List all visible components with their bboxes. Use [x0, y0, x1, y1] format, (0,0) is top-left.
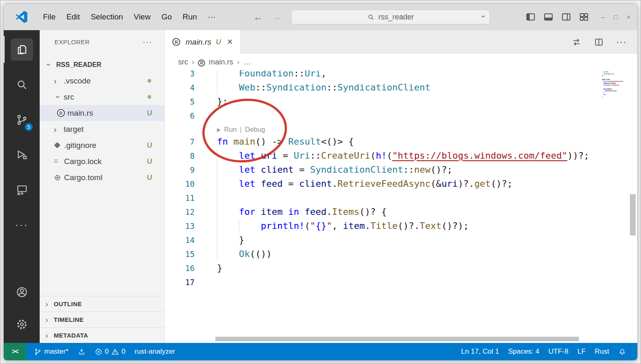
code-line-17[interactable]: 17 [165, 275, 637, 289]
tree-item--vscode[interactable]: ›.vscode [40, 73, 164, 89]
eol[interactable]: LF [573, 343, 590, 360]
code-line-9[interactable]: 9 let client = SyndicationClient::new()?… [165, 163, 637, 177]
line-number[interactable]: 9 [165, 163, 195, 177]
run-play-icon[interactable]: ▶ [217, 125, 221, 135]
line-number[interactable] [165, 123, 195, 135]
remote-indicator[interactable]: >< [4, 343, 26, 360]
maximize-button[interactable]: □ [614, 14, 618, 21]
layout-sidebar-icon[interactable] [525, 12, 536, 22]
code-line-6[interactable]: 6 [165, 109, 637, 123]
breadcrumb-symbol[interactable]: … [243, 58, 251, 67]
code-line-5[interactable]: 5}; [165, 95, 637, 109]
chevron-down-icon[interactable]: › [479, 15, 488, 18]
code-line-8[interactable]: 8 let uri = Uri::CreateUri(h!("https://b… [165, 149, 637, 163]
line-number[interactable]: 16 [165, 261, 195, 275]
code-line-11[interactable]: 11 [165, 191, 637, 205]
vertical-scrollbar-thumb[interactable] [630, 194, 636, 236]
line-number[interactable]: 3 [165, 70, 195, 81]
code-line-4[interactable]: 4 Web::Syndication::SyndicationClient [165, 81, 637, 95]
language-mode[interactable]: Rust [590, 343, 614, 360]
codelens-row[interactable]: ▶Run|Debug [165, 123, 637, 135]
minimap[interactable] [602, 71, 626, 100]
activity-remote-explorer[interactable] [4, 172, 40, 207]
tree-item-src[interactable]: ›src [40, 89, 164, 105]
codelens-run[interactable]: Run [224, 124, 236, 135]
menu-edit[interactable]: Edit [61, 10, 86, 24]
breadcrumb-src[interactable]: src [178, 58, 188, 67]
line-number[interactable]: 12 [165, 205, 195, 219]
vscode-window: FileEditSelectionViewGoRun··· ← → rss_re… [3, 3, 638, 361]
ellipsis-icon[interactable]: ··· [616, 37, 627, 48]
tree-item-cargo-toml[interactable]: Cargo.tomlU [40, 169, 164, 186]
menu-view[interactable]: View [129, 10, 156, 24]
line-number[interactable]: 4 [165, 81, 195, 95]
activity-explorer[interactable] [4, 32, 40, 67]
activity-run-and-debug[interactable] [4, 137, 40, 172]
line-number[interactable]: 15 [165, 247, 195, 261]
code-line-3[interactable]: 3 Foundation::Uri, [165, 70, 637, 81]
breadcrumb-file[interactable]: main.rs [209, 58, 233, 67]
section-outline[interactable]: ›OUTLINE [40, 296, 164, 312]
section-metadata[interactable]: ›METADATA [40, 327, 164, 343]
code-line-16[interactable]: 16} [165, 261, 637, 275]
close-icon[interactable]: × [227, 37, 233, 47]
activity-settings[interactable] [4, 308, 40, 340]
line-number[interactable]: 10 [165, 177, 195, 191]
cursor-position[interactable]: Ln 17, Col 1 [457, 343, 504, 360]
indentation[interactable]: Spaces: 4 [503, 343, 544, 360]
publish-changes[interactable] [73, 343, 90, 360]
nav-back-icon[interactable]: ← [253, 12, 263, 22]
activity-source-control[interactable]: 5 [4, 102, 40, 137]
problems[interactable]: 00 [90, 343, 130, 360]
code-line-13[interactable]: 13 println!("{}", item.Title()?.Text()?)… [165, 219, 637, 233]
code-line-14[interactable]: 14 } [165, 233, 637, 247]
activity-more-views[interactable]: ··· [4, 207, 40, 243]
menu-selection[interactable]: Selection [85, 10, 128, 24]
workbench: 5··· EXPLORER ··· › RSS_READER ›.vscode›… [4, 30, 637, 343]
layout-panel-icon[interactable] [543, 12, 554, 22]
code-line-7[interactable]: 7fn main() -> Result<()> { [165, 135, 637, 149]
remote-explorer-icon [16, 184, 28, 196]
open-changes-icon[interactable] [572, 37, 581, 47]
code-line-12[interactable]: 12 for item in feed.Items()? { [165, 205, 637, 219]
tree-item--gitignore[interactable]: .gitignoreU [40, 137, 164, 153]
command-center[interactable]: rss_reader › [291, 10, 490, 24]
menu-more-icon[interactable]: ··· [203, 10, 221, 24]
code-line-10[interactable]: 10 let feed = client.RetrieveFeedAsync(&… [165, 177, 637, 191]
notifications[interactable] [614, 343, 631, 360]
menu-run[interactable]: Run [177, 10, 203, 24]
nav-forward-icon[interactable]: → [271, 12, 281, 22]
editor-group: R main.rs U × ··· src › R main.rs › … [165, 30, 637, 343]
horizontal-scrollbar-thumb[interactable] [215, 337, 579, 341]
tree-root[interactable]: › RSS_READER [40, 57, 164, 73]
close-button[interactable]: × [627, 14, 631, 21]
tree-item-main-rs[interactable]: Rmain.rsU [40, 105, 164, 121]
tree-item-target[interactable]: ›target [40, 121, 164, 137]
line-number[interactable]: 5 [165, 95, 195, 109]
code-editor[interactable]: 3 Foundation::Uri,4 Web::Syndication::Sy… [165, 70, 637, 343]
codelens-debug[interactable]: Debug [245, 124, 265, 135]
explorer-more-actions-icon[interactable]: ··· [143, 37, 152, 47]
line-number[interactable]: 6 [165, 109, 195, 123]
activity-search[interactable] [4, 67, 40, 102]
line-number[interactable]: 14 [165, 233, 195, 247]
tab-main-rs[interactable]: R main.rs U × [165, 30, 241, 54]
line-number[interactable]: 13 [165, 219, 195, 233]
line-number[interactable]: 11 [165, 191, 195, 205]
line-number[interactable]: 17 [165, 275, 195, 289]
git-branch[interactable]: master* [29, 343, 73, 360]
tree-item-cargo-lock[interactable]: ≡Cargo.lockU [40, 153, 164, 169]
layout-customize-icon[interactable] [579, 12, 589, 22]
rust-analyzer-status[interactable]: rust-analyzer [130, 343, 180, 360]
activity-accounts[interactable] [4, 276, 40, 308]
section-timeline[interactable]: ›TIMELINE [40, 312, 164, 327]
split-editor-icon[interactable] [594, 37, 604, 47]
minimize-button[interactable]: – [601, 14, 605, 21]
line-number[interactable]: 8 [165, 149, 195, 163]
encoding[interactable]: UTF-8 [544, 343, 573, 360]
menu-file[interactable]: File [38, 10, 61, 24]
layout-sidebar-right-icon[interactable] [561, 12, 572, 22]
menu-go[interactable]: Go [156, 10, 177, 24]
code-line-15[interactable]: 15 Ok(()) [165, 247, 637, 261]
line-number[interactable]: 7 [165, 135, 195, 149]
